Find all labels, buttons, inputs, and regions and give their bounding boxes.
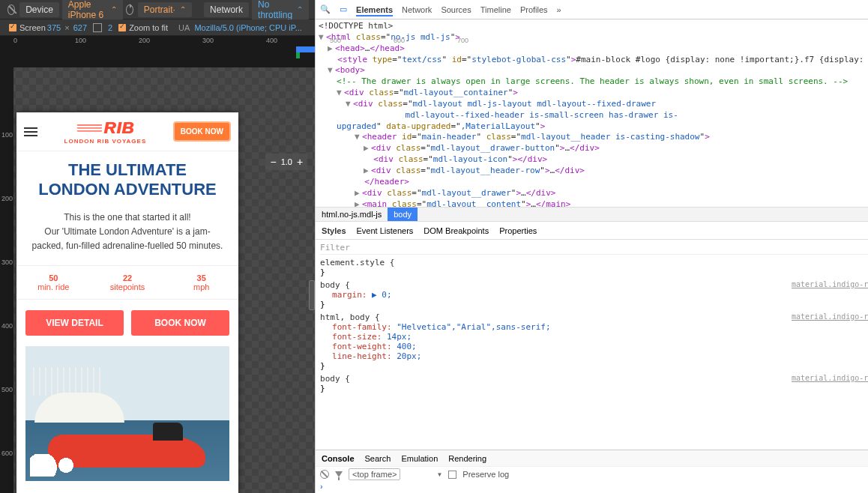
devtools-panel: 🔍 ▭ Elements Network Sources Timeline Pr…: [315, 0, 868, 493]
devtools-tabs: Elements Network Sources Timeline Profil…: [356, 3, 868, 16]
styles-tab-styles[interactable]: Styles: [322, 226, 346, 235]
tab-profiles[interactable]: Profiles: [520, 3, 548, 16]
drawer-tabs: Console Search Emulation Rendering: [316, 450, 868, 466]
device-toggle-icon[interactable]: ▭: [338, 4, 349, 15]
console-prompt[interactable]: ›: [320, 480, 868, 491]
device-toolbar-2: Screen 375 × 627 2 Zoom to fit UA Mozill…: [0, 19, 315, 36]
horizontal-ruler: 0 100 200 300 400 500 600 700: [0, 36, 315, 46]
clear-console-icon[interactable]: [320, 470, 329, 479]
chevron-down-icon: ⌃: [180, 5, 186, 13]
zoom-fit-label: Zoom to fit: [129, 23, 168, 32]
chevron-down-icon: ⌃: [111, 5, 117, 13]
crumb-html[interactable]: html.no-js.mdl-js: [316, 208, 388, 221]
tab-sources[interactable]: Sources: [441, 3, 471, 16]
hero-image: [25, 346, 229, 481]
breadcrumb: html.no-js.mdl-js body: [316, 207, 868, 222]
zoom-fit-checkbox[interactable]: [118, 24, 126, 31]
chevron-down-icon: ⌃: [297, 5, 303, 13]
styles-filter-input[interactable]: Filter: [320, 243, 350, 252]
times-icon: ×: [64, 23, 69, 32]
view-detail-button[interactable]: VIEW DETAIL: [25, 310, 124, 336]
chevron-down-icon: ▼: [436, 471, 442, 478]
preserve-log-label: Preserve log: [462, 470, 509, 479]
hero-description: This is the one that started it all! Our…: [16, 205, 238, 266]
device-viewport-area: 100 200 300 400 500 600 − 1.0 + RIB LO: [0, 67, 315, 493]
inspect-icon[interactable]: 🔍: [320, 4, 331, 15]
cta-row: VIEW DETAIL BOOK NOW: [16, 300, 238, 346]
zoom-out-button[interactable]: −: [270, 156, 276, 168]
screen-checkbox[interactable]: [9, 24, 16, 31]
device-label-pill: Device: [19, 2, 59, 17]
tab-elements[interactable]: Elements: [356, 3, 393, 16]
width-input[interactable]: 375: [47, 23, 61, 32]
screen-label: Screen: [19, 23, 46, 32]
site-header: RIB LONDON RIB VOYAGES BOOK NOW: [16, 112, 238, 151]
frame-select[interactable]: <top frame>: [349, 468, 400, 480]
resize-handle[interactable]: [309, 280, 315, 310]
drawer-tab-search[interactable]: Search: [365, 454, 391, 463]
drawer-tab-rendering[interactable]: Rendering: [448, 454, 486, 463]
stat-speed: 35mph: [164, 266, 238, 299]
hero-title: THE ULTIMATE LONDON ADVENTURE: [16, 151, 238, 205]
book-now-button[interactable]: BOOK NOW: [131, 310, 229, 336]
stat-duration: 50min. ride: [16, 266, 91, 299]
zoom-in-button[interactable]: +: [297, 156, 303, 168]
device-mode-pane: Device Apple iPhone 6⌃ Portrait · ⌃ Netw…: [0, 0, 315, 493]
styles-rules[interactable]: Filter + 📌 ◆ element.style {}material.in…: [316, 240, 868, 450]
vertical-ruler: 100 200 300 400 500 600: [0, 67, 13, 493]
stats-row: 50min. ride 22sitepoints 35mph: [16, 265, 238, 300]
swap-dimensions-icon[interactable]: [93, 23, 102, 32]
devtools-toolbar: 🔍 ▭ Elements Network Sources Timeline Pr…: [316, 0, 868, 19]
no-entry-icon[interactable]: [7, 4, 15, 15]
drawer-tab-console[interactable]: Console: [322, 454, 354, 463]
device-toolbar: Device Apple iPhone 6⌃ Portrait · ⌃ Netw…: [0, 0, 315, 19]
drawer-tab-emulation[interactable]: Emulation: [401, 454, 438, 463]
site-logo[interactable]: RIB LONDON RIB VOYAGES: [64, 118, 147, 145]
network-label-pill: Network: [204, 2, 249, 17]
tab-timeline[interactable]: Timeline: [480, 3, 511, 16]
styles-tab-dom-bp[interactable]: DOM Breakpoints: [424, 226, 489, 235]
preserve-log-checkbox[interactable]: [448, 471, 456, 479]
refresh-icon[interactable]: [126, 4, 133, 15]
ua-input[interactable]: Mozilla/5.0 (iPhone; CPU iP...: [194, 23, 301, 32]
styles-tab-props[interactable]: Properties: [499, 226, 537, 235]
filter-icon[interactable]: [335, 471, 343, 477]
hamburger-icon[interactable]: [24, 127, 37, 136]
stat-sitepoints: 22sitepoints: [91, 266, 165, 299]
styles-tabs: Styles Event Listeners DOM Breakpoints P…: [316, 222, 868, 240]
zoom-value: 1.0: [281, 157, 292, 166]
dom-tree[interactable]: <!DOCTYPE html>▼<html class="no-js mdl-j…: [316, 19, 868, 207]
zoom-control: − 1.0 +: [265, 154, 307, 170]
crumb-body[interactable]: body: [388, 208, 418, 221]
ua-label: UA: [178, 23, 190, 32]
styles-tab-events[interactable]: Event Listeners: [357, 226, 414, 235]
styles-body: Filter + 📌 ◆ element.style {}material.in…: [316, 240, 868, 450]
book-now-header-button[interactable]: BOOK NOW: [173, 121, 231, 142]
tabs-overflow[interactable]: »: [557, 3, 561, 16]
network-timeline[interactable]: [0, 46, 315, 67]
device-frame: RIB LONDON RIB VOYAGES BOOK NOW THE ULTI…: [16, 112, 238, 493]
height-input[interactable]: 627: [73, 23, 87, 32]
console-drawer: <top frame> ▼ Preserve log ›: [316, 466, 868, 493]
tab-network[interactable]: Network: [402, 3, 432, 16]
dpr-input[interactable]: 2: [108, 23, 112, 32]
orientation-select[interactable]: Portrait · ⌃: [138, 2, 192, 17]
